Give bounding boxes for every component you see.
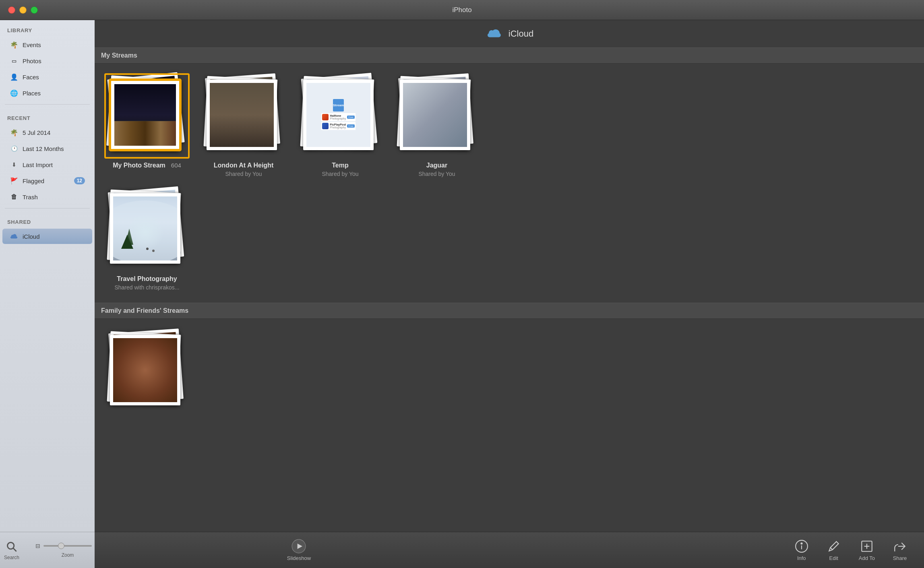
- picplay-icon: [322, 123, 329, 129]
- appstore-bar: Stream: [333, 99, 344, 111]
- divider-2: [5, 208, 90, 209]
- svg-point-0: [8, 542, 14, 549]
- sidebar-item-trash[interactable]: 🗑 Trash: [2, 189, 92, 204]
- stream-item-my-photo-stream[interactable]: My Photo Stream 604: [107, 76, 187, 177]
- stream-item-temp[interactable]: Stream Halftone Photography Free: [300, 76, 380, 177]
- streams-area[interactable]: My Streams: [95, 48, 924, 532]
- jaguar-subtitle: Shared by You: [418, 171, 455, 177]
- card-back-1: [106, 75, 182, 151]
- divider-1: [5, 104, 90, 105]
- sidebar-bottom-toolbar: Search ⊟ ⊞ Zoom: [0, 532, 95, 568]
- london-card-front: [207, 80, 277, 150]
- add-to-label: Add To: [859, 555, 875, 561]
- sidebar-item-last12months[interactable]: 🕐 Last 12 Months: [2, 141, 92, 156]
- trash-label: Trash: [23, 194, 85, 200]
- london-stack: [203, 76, 284, 156]
- svg-line-1: [13, 548, 17, 551]
- jaguar-card-front: [400, 80, 470, 150]
- minimize-button[interactable]: [19, 6, 27, 14]
- icloud-header-icon: [485, 27, 503, 40]
- edit-button[interactable]: Edit: [822, 536, 846, 564]
- icloud-header-title: iCloud: [509, 29, 533, 39]
- places-icon: 🌐: [10, 89, 19, 97]
- add-to-button[interactable]: Add To: [854, 536, 880, 564]
- close-button[interactable]: [8, 6, 15, 14]
- info-button[interactable]: Info: [790, 536, 814, 564]
- sidebar-item-5jul2014[interactable]: 🌴 5 Jul 2014: [2, 125, 92, 140]
- temp-stack: Stream Halftone Photography Free: [300, 76, 380, 156]
- sidebar-item-places[interactable]: 🌐 Places: [2, 85, 92, 101]
- events-icon: 🌴: [10, 40, 19, 49]
- flagged-label: Flagged: [23, 178, 70, 184]
- svg-point-6: [146, 248, 149, 250]
- stream-item-friends-1[interactable]: [107, 331, 187, 417]
- sidebar-item-flagged[interactable]: 🚩 Flagged 12: [2, 173, 92, 188]
- maximize-button[interactable]: [31, 6, 38, 14]
- library-section-label: LIBRARY: [0, 20, 95, 37]
- share-button[interactable]: Share: [888, 536, 912, 564]
- family-streams-header: Family and Friends' Streams: [95, 303, 924, 319]
- stream-item-travel[interactable]: Travel Photography Shared with chrisprak…: [107, 189, 187, 291]
- zoom-control: ⊟ ⊞ Zoom: [23, 540, 95, 560]
- my-photo-stream-name: My Photo Stream: [113, 162, 165, 169]
- search-toolbar-label: Search: [4, 555, 19, 560]
- halftone-row: Halftone Photography Free: [321, 113, 355, 121]
- sidebar-item-icloud[interactable]: iCloud: [2, 229, 92, 244]
- my-streams-grid: My Photo Stream 604: [103, 64, 916, 189]
- picplay-info: PicPlayPost Photography: [330, 123, 346, 129]
- travel-card-front: [110, 193, 180, 264]
- shared-section-label: SHARED: [0, 212, 95, 228]
- card-front: [110, 80, 180, 150]
- window-controls: [8, 6, 38, 14]
- travel-stack: [107, 189, 187, 270]
- slideshow-icon: [291, 539, 306, 554]
- slideshow-label: Slideshow: [287, 555, 311, 561]
- icloud-header: iCloud: [95, 20, 924, 48]
- edit-icon: [827, 539, 841, 554]
- sidebar-item-events[interactable]: 🌴 Events: [2, 37, 92, 52]
- temp-card-front: Stream Halftone Photography Free: [303, 80, 374, 150]
- content-bottom-toolbar: Slideshow Info: [95, 532, 924, 568]
- titlebar: iPhoto: [0, 0, 924, 20]
- icloud-sidebar-label: iCloud: [23, 233, 85, 240]
- share-label: Share: [893, 555, 907, 561]
- picplay-badge: Free: [347, 124, 354, 128]
- card-back-2: [107, 72, 184, 149]
- my-streams-header: My Streams: [95, 48, 924, 64]
- slideshow-button[interactable]: Slideshow: [282, 536, 316, 564]
- sidebar-item-faces[interactable]: 👤 Faces: [2, 69, 92, 85]
- icloud-sidebar-icon: [10, 232, 19, 241]
- flagged-badge: 12: [74, 177, 85, 184]
- places-label: Places: [23, 90, 85, 97]
- travel-name: Travel Photography: [117, 275, 177, 283]
- 5jul-label: 5 Jul 2014: [23, 129, 85, 136]
- stream-item-jaguar[interactable]: Jaguar Shared by You: [397, 76, 477, 177]
- sidebar-item-lastimport[interactable]: ⬇ Last Import: [2, 157, 92, 172]
- temp-photo-front: Stream Halftone Photography Free: [306, 83, 370, 147]
- sidebar: LIBRARY 🌴 Events ▭ Photos 👤 Faces 🌐 Plac…: [0, 20, 95, 568]
- zoom-slider[interactable]: [43, 545, 92, 547]
- events-label: Events: [23, 41, 85, 48]
- my-streams-grid-2: Travel Photography Shared with chrisprak…: [103, 189, 916, 303]
- search-toolbar-button[interactable]: Search: [0, 538, 23, 563]
- friends-1-card-front: [110, 335, 180, 405]
- card-photo-front: [114, 84, 176, 146]
- svg-line-13: [830, 547, 832, 549]
- london-subtitle: Shared by You: [225, 171, 262, 177]
- toolbar-right: Info Edit: [503, 536, 924, 564]
- temp-subtitle: Shared by You: [322, 171, 358, 177]
- family-streams-grid: [103, 319, 916, 429]
- photos-icon: ▭: [10, 56, 19, 65]
- picplay-row: PicPlayPost Photography Free: [321, 122, 355, 130]
- recent-section-label: RECENT: [0, 108, 95, 124]
- stream-item-london[interactable]: London At A Height Shared by You: [203, 76, 284, 177]
- friends-1-photo-front: [113, 338, 177, 402]
- lastimport-label: Last Import: [23, 161, 85, 168]
- travel-photo-front: [113, 196, 177, 260]
- zoom-toolbar-group: ⊟ ⊞ Zoom: [31, 540, 95, 560]
- info-icon: [794, 539, 809, 554]
- travel-subtitle: Shared with chrisprakos...: [114, 284, 179, 291]
- card-photo-2: [111, 76, 181, 146]
- last12-icon: 🕐: [10, 144, 19, 153]
- sidebar-item-photos[interactable]: ▭ Photos: [2, 53, 92, 68]
